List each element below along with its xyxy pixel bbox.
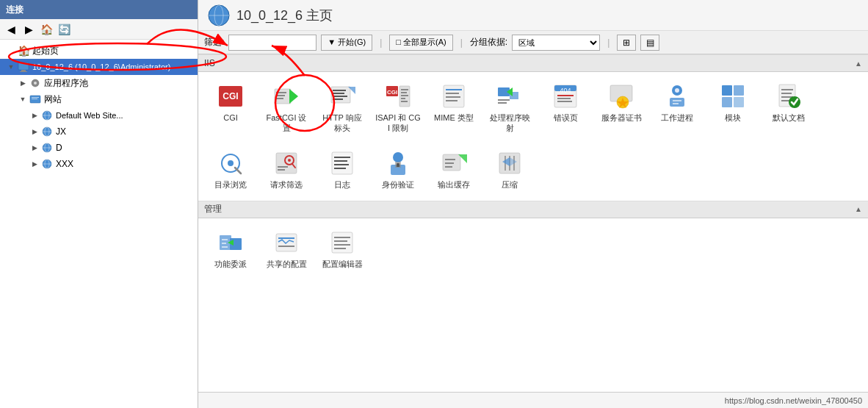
- sidebar-item-start[interactable]: 🏠 起始页: [0, 43, 198, 59]
- manage-section-header: 管理 ▲: [198, 201, 868, 218]
- logging-label: 日志: [334, 179, 350, 190]
- cgi-icon: CGI: [217, 83, 244, 110]
- manage-collapse-button[interactable]: ▲: [855, 205, 862, 213]
- sidebar-item-apppool[interactable]: ▶ 应用程序池: [0, 75, 198, 91]
- sidebar-item-default[interactable]: ▶ Default Web Site...: [0, 107, 198, 124]
- view-list-button[interactable]: ▤: [640, 35, 659, 51]
- tree-label: 起始页: [32, 45, 59, 57]
- worker-process-label: 工作进程: [661, 112, 693, 123]
- default-doc-icon: [775, 83, 802, 110]
- svg-rect-41: [401, 95, 408, 96]
- filter-all-button[interactable]: □ 全部显示(A): [389, 35, 452, 51]
- svg-point-83: [288, 159, 291, 162]
- svg-rect-116: [332, 232, 352, 253]
- expand-icon: ▼: [18, 94, 28, 104]
- globe-icon: [41, 142, 53, 154]
- svg-rect-52: [498, 99, 510, 101]
- error-pages-icon: 404: [552, 83, 579, 110]
- svg-rect-59: [557, 101, 572, 102]
- dir-browsing-label: 目录浏览: [214, 179, 247, 190]
- handler-icon-item[interactable]: 处理程序映射: [483, 78, 536, 139]
- modules-icon-item[interactable]: 模块: [706, 78, 759, 139]
- config-editor-icon-item[interactable]: 配置编辑器: [316, 224, 369, 274]
- svg-rect-43: [401, 101, 408, 102]
- compress-icon-item[interactable]: 压缩: [483, 145, 536, 195]
- sidebar-item-server[interactable]: ▼ 10_0_12_6 (10_0_12_6\Administrator): [0, 59, 198, 75]
- svg-text:CGI: CGI: [223, 91, 238, 101]
- svg-rect-7: [32, 99, 37, 99]
- request-filter-icon: [273, 150, 300, 176]
- back-button[interactable]: ◀: [3, 21, 19, 37]
- svg-rect-34: [333, 99, 343, 100]
- tree-label: 网站: [44, 93, 62, 106]
- compress-label: 压缩: [502, 179, 518, 190]
- filter-all-label: □ 全部显示(A): [396, 37, 446, 48]
- error-pages-icon-item[interactable]: 404 错误页: [539, 78, 592, 139]
- fastcgi-icon-item[interactable]: FastCGI 设置: [260, 78, 313, 139]
- sidebar-item-jx[interactable]: ▶ JX: [0, 124, 198, 140]
- iis-collapse-button[interactable]: ▲: [855, 60, 862, 68]
- auth-icon: [385, 150, 411, 176]
- sidebar-item-xxx[interactable]: ▶ XXX: [0, 156, 198, 172]
- feature-delegate-icon-item[interactable]: 功能委派: [204, 224, 257, 274]
- home-button[interactable]: 🏠: [38, 21, 54, 37]
- manage-icons-grid: 功能委派 共享的配置: [198, 218, 868, 280]
- page-title: 10_0_12_6 主页: [236, 7, 333, 24]
- filter-start-button[interactable]: ▼ 开始(G): [321, 35, 372, 51]
- mime-icon-item[interactable]: MIME 类型: [427, 78, 480, 139]
- svg-text:404: 404: [560, 87, 571, 94]
- svg-rect-66: [673, 100, 681, 101]
- error-pages-label: 错误页: [554, 112, 578, 123]
- forward-button[interactable]: ▶: [21, 21, 37, 37]
- svg-rect-85: [278, 166, 288, 168]
- status-url: https://blog.csdn.net/weixin_47800450: [725, 396, 862, 405]
- dir-browsing-icon-item[interactable]: 目录浏览: [204, 145, 257, 195]
- svg-point-64: [675, 88, 679, 93]
- default-doc-icon-item[interactable]: 默认文档: [762, 78, 815, 139]
- sidebar-item-d[interactable]: ▶ D: [0, 140, 198, 156]
- manage-section-label: 管理: [204, 203, 222, 215]
- filter-separator: |: [380, 37, 382, 48]
- cgi-icon-item[interactable]: CGI CGI: [204, 78, 257, 139]
- svg-rect-100: [445, 166, 452, 168]
- status-bar: https://blog.csdn.net/weixin_47800450: [198, 392, 868, 408]
- svg-rect-98: [445, 159, 455, 160]
- filter-separator2: |: [460, 37, 463, 48]
- modules-label: 模块: [725, 112, 741, 123]
- svg-rect-2: [20, 71, 27, 72]
- http-response-label: HTTP 响应标头: [319, 112, 365, 134]
- modules-icon: [720, 83, 746, 110]
- svg-rect-48: [446, 100, 457, 101]
- output-cache-icon-item[interactable]: 输出缓存: [427, 145, 480, 195]
- svg-point-4: [34, 82, 37, 85]
- view-grid-button[interactable]: ⊞: [617, 35, 636, 51]
- shared-config-icon-item[interactable]: 共享的配置: [260, 224, 313, 274]
- filter-input[interactable]: [228, 35, 317, 51]
- group-label: 分组依据:: [470, 36, 507, 49]
- isapi-cgi-icon-item[interactable]: CGI ISAPI 和 CGI 限制: [372, 78, 424, 139]
- svg-rect-30: [331, 87, 350, 103]
- server-cert-icon-item[interactable]: 服务器证书: [595, 78, 648, 139]
- http-response-icon-item[interactable]: HTTP 响应标头: [316, 78, 369, 139]
- expand-icon: [6, 46, 16, 56]
- expand-icon: ▶: [29, 159, 40, 169]
- svg-rect-115: [278, 246, 294, 247]
- request-filter-icon-item[interactable]: 请求筛选: [260, 145, 313, 195]
- globe-icon: [41, 110, 53, 121]
- server-icon: [207, 4, 231, 27]
- group-dropdown[interactable]: 区域: [512, 35, 600, 51]
- auth-label: 身份验证: [382, 179, 414, 190]
- auth-icon-item[interactable]: 身份验证: [372, 145, 424, 195]
- logging-icon-item[interactable]: 日志: [316, 145, 369, 195]
- svg-rect-86: [278, 169, 285, 171]
- shared-config-icon: [273, 229, 300, 256]
- svg-text:CGI: CGI: [387, 89, 397, 96]
- sidebar-item-sites[interactable]: ▼ 网站: [0, 91, 198, 107]
- section-container: IIS ▲ CGI CGI: [198, 54, 868, 392]
- worker-process-icon-item[interactable]: 工作进程: [651, 78, 704, 139]
- tree-label: 应用程序池: [44, 77, 88, 90]
- refresh-button[interactable]: 🔄: [56, 21, 72, 37]
- svg-rect-112: [222, 246, 228, 248]
- mime-icon: [441, 83, 467, 110]
- svg-rect-90: [334, 164, 349, 165]
